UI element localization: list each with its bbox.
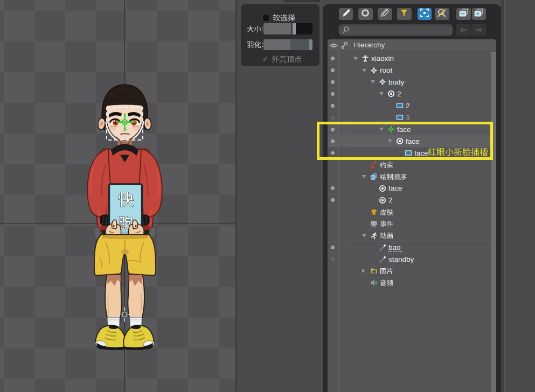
tree-row-图片[interactable]	[328, 265, 497, 277]
search-prev-button[interactable]	[456, 24, 471, 37]
constraint-icon	[370, 161, 378, 169]
hierarchy-title: Hierarchy	[354, 41, 385, 49]
tree-row-绘制顺序[interactable]	[328, 171, 497, 183]
audio-icon	[370, 279, 378, 286]
expander-open[interactable]	[362, 175, 366, 178]
expander-open[interactable]	[362, 234, 366, 237]
tree-label	[380, 277, 393, 289]
spine-editor-window: : : ✓	[0, 0, 535, 392]
visibility-dot[interactable]	[331, 104, 335, 108]
tree-row-2[interactable]: 2	[328, 194, 497, 206]
lasso-button[interactable]	[358, 8, 373, 20]
hull-vertices-label	[272, 55, 302, 63]
annotation-label	[428, 148, 488, 156]
skeleton-icon	[362, 55, 369, 62]
character-artwork	[0, 0, 235, 392]
expand-all-button[interactable]	[472, 8, 487, 20]
tree-row-动画[interactable]	[328, 230, 497, 242]
tree-row-body[interactable]: body	[328, 76, 497, 88]
size-slider[interactable]	[263, 23, 313, 34]
mesh-clip-button[interactable]	[378, 8, 392, 20]
hierarchy-dock: Hierarchy xiaoxinrootbody223facefaceface…	[323, 4, 501, 392]
visibility-eye-icon[interactable]	[330, 43, 338, 48]
bone-key-icon[interactable]	[341, 41, 348, 49]
visibility-dot[interactable]	[331, 92, 335, 96]
bone-crosshair[interactable]	[114, 111, 138, 134]
tree-row-root[interactable]: root	[328, 65, 497, 76]
images-icon	[370, 267, 378, 275]
tree-label	[380, 171, 407, 183]
visibility-dot[interactable]	[331, 57, 335, 60]
expander-open[interactable]	[379, 92, 384, 95]
find-button[interactable]	[435, 8, 449, 20]
image-icon	[396, 114, 404, 121]
search-next-button[interactable]	[471, 24, 486, 37]
slot-icon	[379, 197, 386, 204]
collapse-all-button[interactable]	[456, 8, 471, 20]
soft-selection-checkbox[interactable]	[262, 14, 270, 22]
slot-icon	[379, 185, 386, 192]
visibility-dot[interactable]	[331, 80, 335, 84]
expander-open[interactable]	[353, 57, 358, 60]
search-icon	[343, 26, 352, 34]
window-minus-icon	[458, 8, 469, 19]
animation-icon	[370, 232, 378, 240]
tree-row-约束[interactable]	[328, 159, 497, 171]
tree-row-bao[interactable]: bao	[328, 242, 497, 254]
expander-open[interactable]	[371, 80, 375, 83]
feather-slider-handle[interactable]	[309, 39, 313, 51]
expander-open[interactable]	[362, 69, 366, 72]
brush-icon	[341, 8, 351, 20]
tree-label	[380, 265, 393, 277]
filter-button[interactable]	[397, 8, 412, 20]
tree-label	[380, 218, 393, 230]
dock-tab-notch	[284, 0, 320, 2]
tree-row-2[interactable]: 2	[328, 88, 497, 100]
hull-vertices-checkmark-icon[interactable]: ✓	[262, 55, 268, 62]
right-edge-panel-outer	[505, 0, 535, 392]
paperclip-icon	[380, 8, 390, 20]
magnifier-edit-icon	[436, 8, 447, 20]
tree-row-face[interactable]: face	[328, 183, 497, 194]
feather-slider-fill	[263, 39, 290, 51]
soft-selection-label	[273, 14, 295, 22]
visibility-dot[interactable]	[331, 257, 335, 261]
hierarchy-tree-panel: Hierarchy xiaoxinrootbody223facefaceface…	[328, 39, 497, 392]
tree-row-事件[interactable]	[328, 218, 497, 230]
funnel-icon	[399, 8, 409, 20]
frame-selection-button[interactable]	[418, 8, 432, 20]
tree-label	[380, 230, 393, 242]
anim-icon	[379, 256, 386, 263]
visibility-dot[interactable]	[331, 116, 335, 120]
bone-icon	[379, 78, 386, 86]
root-bone-marker[interactable]	[115, 305, 134, 324]
feather-slider[interactable]	[263, 39, 313, 51]
toolbar-separator	[415, 8, 415, 19]
tree-label	[380, 159, 393, 171]
size-label: :	[243, 23, 263, 34]
tree-scrollbar[interactable]	[491, 52, 497, 392]
paint-weights-button[interactable]	[339, 8, 353, 20]
ring-icon	[360, 8, 370, 20]
canvas-viewport[interactable]	[0, 0, 235, 392]
tree-row-standby[interactable]: standby	[328, 254, 497, 265]
visibility-dot[interactable]	[331, 186, 335, 190]
draworder-icon	[370, 173, 378, 180]
expander-closed[interactable]	[362, 269, 365, 273]
tree-label: root	[380, 65, 392, 76]
visibility-dot[interactable]	[331, 68, 335, 72]
tree-row-音频[interactable]	[328, 277, 497, 289]
tree-row-皮肤[interactable]	[328, 206, 497, 218]
tree-label: xiaoxin	[371, 53, 394, 65]
skin-icon	[370, 208, 378, 216]
tree-row-2[interactable]: 2	[328, 100, 497, 111]
tree-row-xiaoxin[interactable]: xiaoxin	[328, 53, 497, 65]
anim-icon	[379, 244, 386, 251]
toolbar-separator	[453, 8, 454, 19]
event-icon	[370, 220, 378, 228]
visibility-dot[interactable]	[331, 246, 335, 249]
visibility-dot[interactable]	[331, 198, 335, 202]
tree-label: 2	[397, 88, 401, 100]
search-input[interactable]	[352, 26, 443, 33]
window-plus-icon	[474, 8, 484, 19]
